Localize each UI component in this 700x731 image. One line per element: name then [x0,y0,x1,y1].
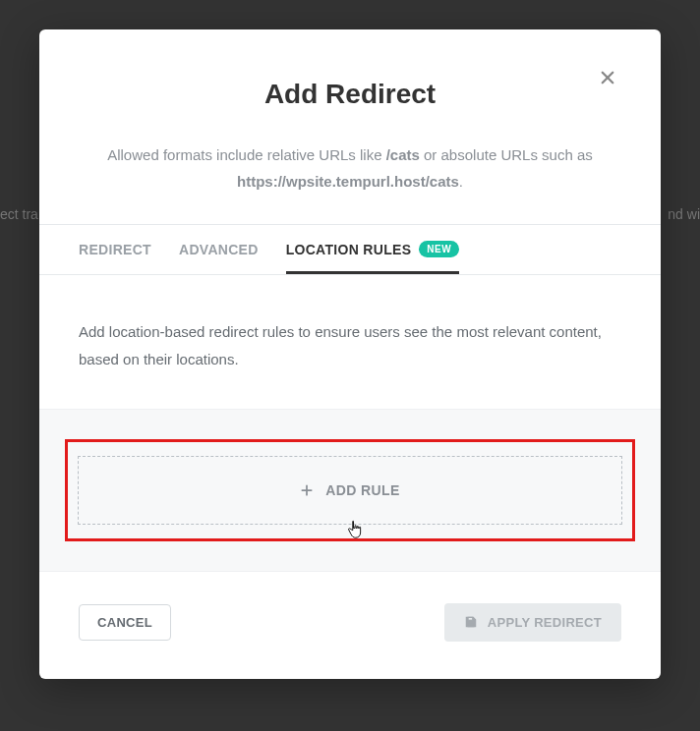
new-badge: NEW [419,241,459,257]
cancel-button[interactable]: CANCEL [79,604,171,641]
add-redirect-modal: Add Redirect Allowed formats include rel… [39,29,661,679]
location-rules-description: Add location-based redirect rules to ens… [39,275,661,410]
desc-post: . [459,173,463,190]
desc-mid: or absolute URLs such as [420,146,593,163]
svg-rect-4 [468,617,473,620]
add-rule-button[interactable]: ADD RULE [78,456,622,525]
modal-description: Allowed formats include relative URLs li… [79,141,621,195]
modal-title: Add Redirect [79,79,621,110]
plus-icon [300,483,314,497]
modal-footer: CANCEL APPLY REDIRECT [39,571,661,679]
highlight-box: ADD RULE [65,439,635,541]
add-rule-label: ADD RULE [325,482,400,498]
desc-example-absolute: https://wpsite.tempurl.host/cats [237,173,459,190]
save-icon [464,615,478,629]
desc-example-relative: /cats [386,146,420,163]
backdrop-text-left: ect tra [0,206,38,222]
tab-redirect[interactable]: REDIRECT [79,225,151,274]
apply-redirect-label: APPLY REDIRECT [488,615,602,630]
tab-advanced[interactable]: ADVANCED [179,225,259,274]
modal-header: Add Redirect Allowed formats include rel… [39,29,661,224]
tabs: REDIRECT ADVANCED LOCATION RULES NEW [39,224,661,275]
close-icon [599,69,616,86]
tab-location-rules[interactable]: LOCATION RULES NEW [286,225,459,274]
desc-pre: Allowed formats include relative URLs li… [107,146,385,163]
backdrop-text-right: nd wi [668,206,700,222]
apply-redirect-button[interactable]: APPLY REDIRECT [444,603,621,642]
close-button[interactable] [598,69,617,88]
rule-section: ADD RULE [39,410,661,571]
tab-location-rules-label: LOCATION RULES [286,242,412,257]
